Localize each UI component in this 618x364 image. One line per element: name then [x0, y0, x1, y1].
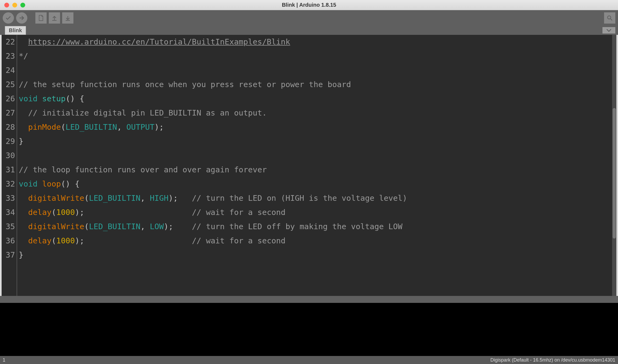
- line-number: 26: [2, 92, 15, 106]
- code-line[interactable]: delay(1000); // wait for a second: [19, 205, 616, 220]
- line-number: 25: [2, 77, 15, 92]
- open-sketch-button[interactable]: [49, 12, 60, 24]
- window-controls: [0, 3, 25, 8]
- console-output[interactable]: [0, 303, 618, 356]
- serial-monitor-button[interactable]: [604, 12, 615, 24]
- line-number: 33: [2, 191, 15, 205]
- code-content[interactable]: https://www.arduino.cc/en/Tutorial/Built…: [17, 35, 616, 296]
- statusbar: 1 Digispark (Default - 16.5mhz) on /dev/…: [0, 356, 618, 364]
- code-line[interactable]: // initialize digital pin LED_BUILTIN as…: [19, 106, 616, 120]
- line-number: 30: [2, 148, 15, 163]
- code-line[interactable]: }: [19, 134, 616, 148]
- chevron-down-icon: [606, 29, 612, 32]
- code-line[interactable]: pinMode(LED_BUILTIN, OUTPUT);: [19, 120, 616, 134]
- line-number: 31: [2, 163, 15, 177]
- line-number: 34: [2, 205, 15, 220]
- line-number: 36: [2, 234, 15, 248]
- code-line[interactable]: [19, 63, 616, 77]
- code-line[interactable]: }: [19, 248, 616, 262]
- save-sketch-button[interactable]: [62, 12, 73, 24]
- line-number-gutter: 22232425262728293031323334353637: [2, 35, 17, 296]
- upload-button[interactable]: [16, 12, 27, 24]
- file-icon: [38, 15, 44, 21]
- vertical-scrollbar[interactable]: [612, 35, 616, 296]
- code-line[interactable]: */: [19, 49, 616, 63]
- code-line[interactable]: delay(1000); // wait for a second: [19, 234, 616, 248]
- code-line[interactable]: // the loop function runs over and over …: [19, 163, 616, 177]
- status-board-port: Digispark (Default - 16.5mhz) on /dev/cu…: [490, 357, 615, 363]
- tab-menu-dropdown[interactable]: [602, 27, 615, 34]
- toolbar: [0, 10, 618, 26]
- code-line[interactable]: void loop() {: [19, 177, 616, 191]
- line-number: 24: [2, 63, 15, 77]
- code-line[interactable]: https://www.arduino.cc/en/Tutorial/Built…: [19, 35, 616, 49]
- titlebar: Blink | Arduino 1.8.15: [0, 0, 618, 10]
- verify-button[interactable]: [3, 12, 14, 24]
- line-number: 22: [2, 35, 15, 49]
- line-number: 27: [2, 106, 15, 120]
- message-bar: [0, 296, 618, 303]
- code-line[interactable]: void setup() {: [19, 92, 616, 106]
- arrow-right-icon: [18, 15, 25, 21]
- code-line[interactable]: // the setup function runs once when you…: [19, 77, 616, 92]
- line-number: 23: [2, 49, 15, 63]
- code-line[interactable]: [19, 148, 616, 163]
- minimize-window-button[interactable]: [12, 3, 17, 8]
- tab-blink[interactable]: Blink: [5, 26, 26, 35]
- line-number: 35: [2, 220, 15, 234]
- scrollbar-thumb[interactable]: [613, 108, 616, 239]
- line-number: 37: [2, 248, 15, 262]
- code-line[interactable]: digitalWrite(LED_BUILTIN, HIGH); // turn…: [19, 191, 616, 205]
- new-sketch-button[interactable]: [35, 12, 47, 24]
- status-line-number: 1: [3, 357, 5, 363]
- save-down-icon: [65, 15, 71, 21]
- code-editor[interactable]: 22232425262728293031323334353637 https:/…: [0, 35, 618, 296]
- search-icon: [606, 15, 613, 21]
- code-line[interactable]: digitalWrite(LED_BUILTIN, LOW); // turn …: [19, 220, 616, 234]
- line-number: 29: [2, 134, 15, 148]
- open-up-icon: [51, 15, 58, 21]
- check-icon: [5, 15, 12, 21]
- window-title: Blink | Arduino 1.8.15: [282, 2, 336, 8]
- line-number: 28: [2, 120, 15, 134]
- maximize-window-button[interactable]: [20, 3, 25, 8]
- line-number: 32: [2, 177, 15, 191]
- tab-bar: Blink: [0, 26, 618, 35]
- close-window-button[interactable]: [4, 3, 9, 8]
- svg-point-0: [608, 16, 611, 19]
